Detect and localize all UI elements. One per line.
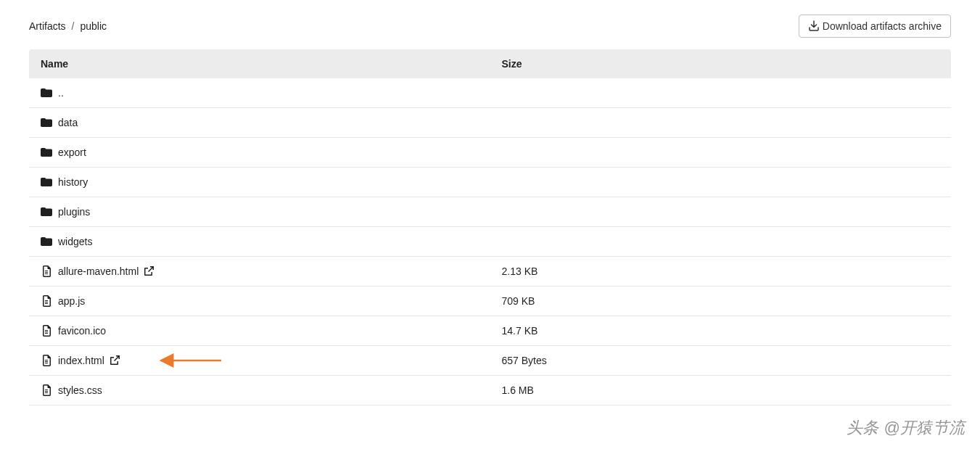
column-header-name: Name (29, 49, 490, 78)
table-row: styles.css1.6 MB (29, 376, 951, 405)
folder-link[interactable]: widgets (58, 236, 92, 247)
folder-link[interactable]: data (58, 117, 78, 128)
folder-icon (41, 176, 52, 188)
file-size (490, 108, 952, 138)
folder-link[interactable]: plugins (58, 206, 90, 218)
folder-link[interactable]: history (58, 176, 88, 188)
download-artifacts-button[interactable]: Download artifacts archive (799, 15, 951, 38)
breadcrumb-separator: / (72, 20, 75, 32)
file-link[interactable]: favicon.ico (58, 325, 106, 337)
download-icon (808, 20, 820, 32)
file-size: 1.6 MB (490, 376, 952, 405)
column-header-size: Size (490, 49, 952, 78)
table-row: widgets (29, 227, 951, 257)
folder-icon (41, 206, 52, 218)
folder-icon (41, 87, 52, 99)
folder-icon (41, 236, 52, 247)
file-icon (41, 325, 52, 337)
table-row: app.js709 KB (29, 287, 951, 316)
external-link-icon (143, 265, 155, 277)
file-size (490, 138, 952, 168)
external-link-icon (109, 355, 120, 366)
file-link[interactable]: styles.css (58, 384, 102, 396)
file-size (490, 197, 952, 227)
file-size (490, 78, 952, 108)
watermark: 头条 @开猿节流 (847, 417, 965, 420)
folder-icon (41, 117, 52, 128)
file-size (490, 168, 952, 197)
file-icon (41, 295, 52, 307)
file-size: 2.13 KB (490, 257, 952, 287)
table-row: data (29, 108, 951, 138)
file-link[interactable]: app.js (58, 295, 85, 307)
file-size (490, 227, 952, 257)
table-row: export (29, 138, 951, 168)
table-row: allure-maven.html2.13 KB (29, 257, 951, 287)
table-row: index.html657 Bytes (29, 346, 951, 376)
folder-link[interactable]: export (58, 147, 86, 158)
table-row: history (29, 168, 951, 197)
file-link[interactable]: allure-maven.html (58, 265, 155, 277)
folder-icon (41, 147, 52, 158)
folder-link[interactable]: .. (58, 87, 64, 99)
download-button-label: Download artifacts archive (823, 20, 942, 32)
breadcrumb-current: public (80, 20, 107, 32)
file-icon (41, 355, 52, 366)
table-row: plugins (29, 197, 951, 227)
file-link[interactable]: index.html (58, 355, 120, 366)
file-size: 657 Bytes (490, 346, 952, 376)
table-row: .. (29, 78, 951, 108)
breadcrumb-root-link[interactable]: Artifacts (29, 20, 66, 32)
file-size: 709 KB (490, 287, 952, 316)
table-row: favicon.ico14.7 KB (29, 316, 951, 346)
file-size: 14.7 KB (490, 316, 952, 346)
artifacts-table: Name Size ..dataexporthistorypluginswidg… (29, 49, 951, 405)
file-icon (41, 265, 52, 277)
file-icon (41, 384, 52, 396)
breadcrumb: Artifacts / public (29, 20, 107, 32)
